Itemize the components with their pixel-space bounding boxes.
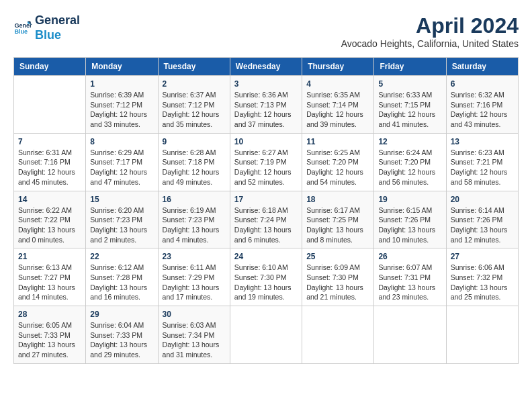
day-number: 22 bbox=[90, 252, 153, 261]
day-info: Sunrise: 6:04 AM Sunset: 7:33 PM Dayligh… bbox=[90, 320, 153, 360]
calendar-cell: 19Sunrise: 6:15 AM Sunset: 7:26 PM Dayli… bbox=[374, 191, 446, 248]
day-info: Sunrise: 6:28 AM Sunset: 7:18 PM Dayligh… bbox=[163, 148, 226, 187]
day-number: 28 bbox=[18, 310, 81, 319]
day-number: 10 bbox=[234, 137, 298, 146]
calendar-title: April 2024 bbox=[341, 13, 519, 38]
calendar-cell: 8Sunrise: 6:29 AM Sunset: 7:17 PM Daylig… bbox=[86, 133, 158, 191]
day-number: 16 bbox=[163, 195, 226, 204]
calendar-cell bbox=[446, 306, 518, 364]
day-info: Sunrise: 6:35 AM Sunset: 7:14 PM Dayligh… bbox=[306, 90, 369, 130]
weekday-header-row: SundayMondayTuesdayWednesdayThursdayFrid… bbox=[14, 58, 519, 76]
day-info: Sunrise: 6:07 AM Sunset: 7:31 PM Dayligh… bbox=[378, 263, 441, 302]
logo-text-general: General bbox=[35, 13, 80, 28]
calendar-cell: 6Sunrise: 6:32 AM Sunset: 7:16 PM Daylig… bbox=[446, 76, 518, 134]
week-row-2: 7Sunrise: 6:31 AM Sunset: 7:16 PM Daylig… bbox=[14, 133, 519, 191]
day-number: 8 bbox=[90, 137, 153, 146]
weekday-header-tuesday: Tuesday bbox=[158, 58, 230, 76]
day-info: Sunrise: 6:33 AM Sunset: 7:15 PM Dayligh… bbox=[378, 90, 441, 130]
calendar-cell: 1Sunrise: 6:39 AM Sunset: 7:12 PM Daylig… bbox=[86, 76, 158, 134]
day-info: Sunrise: 6:24 AM Sunset: 7:20 PM Dayligh… bbox=[378, 148, 441, 187]
calendar-cell: 3Sunrise: 6:36 AM Sunset: 7:13 PM Daylig… bbox=[230, 76, 302, 134]
calendar-cell: 2Sunrise: 6:37 AM Sunset: 7:12 PM Daylig… bbox=[158, 76, 230, 134]
day-number: 20 bbox=[451, 195, 514, 204]
calendar-cell: 18Sunrise: 6:17 AM Sunset: 7:25 PM Dayli… bbox=[302, 191, 374, 248]
calendar-cell: 23Sunrise: 6:11 AM Sunset: 7:29 PM Dayli… bbox=[158, 248, 230, 306]
day-number: 1 bbox=[90, 79, 153, 89]
week-row-3: 14Sunrise: 6:22 AM Sunset: 7:22 PM Dayli… bbox=[14, 191, 519, 248]
day-number: 25 bbox=[306, 252, 369, 261]
calendar-cell: 17Sunrise: 6:18 AM Sunset: 7:24 PM Dayli… bbox=[230, 191, 302, 248]
day-info: Sunrise: 6:27 AM Sunset: 7:19 PM Dayligh… bbox=[234, 148, 298, 187]
calendar-cell bbox=[374, 306, 446, 364]
calendar-cell: 22Sunrise: 6:12 AM Sunset: 7:28 PM Dayli… bbox=[86, 248, 158, 306]
day-number: 29 bbox=[90, 310, 153, 319]
weekday-header-sunday: Sunday bbox=[14, 58, 86, 76]
day-info: Sunrise: 6:29 AM Sunset: 7:17 PM Dayligh… bbox=[90, 148, 153, 187]
day-info: Sunrise: 6:15 AM Sunset: 7:26 PM Dayligh… bbox=[378, 205, 441, 245]
logo: General Blue General Blue bbox=[13, 13, 80, 42]
day-info: Sunrise: 6:36 AM Sunset: 7:13 PM Dayligh… bbox=[234, 90, 298, 130]
day-number: 12 bbox=[378, 137, 441, 146]
calendar-cell: 16Sunrise: 6:19 AM Sunset: 7:23 PM Dayli… bbox=[158, 191, 230, 248]
day-info: Sunrise: 6:17 AM Sunset: 7:25 PM Dayligh… bbox=[306, 205, 369, 245]
weekday-header-monday: Monday bbox=[86, 58, 158, 76]
day-info: Sunrise: 6:10 AM Sunset: 7:30 PM Dayligh… bbox=[234, 263, 298, 302]
day-number: 11 bbox=[306, 137, 369, 146]
day-info: Sunrise: 6:20 AM Sunset: 7:23 PM Dayligh… bbox=[90, 205, 153, 245]
day-info: Sunrise: 6:37 AM Sunset: 7:12 PM Dayligh… bbox=[163, 90, 226, 130]
day-number: 3 bbox=[234, 79, 298, 89]
day-info: Sunrise: 6:09 AM Sunset: 7:30 PM Dayligh… bbox=[306, 263, 369, 302]
calendar-cell: 14Sunrise: 6:22 AM Sunset: 7:22 PM Dayli… bbox=[14, 191, 86, 248]
logo-text-blue: Blue bbox=[35, 28, 80, 43]
calendar-cell bbox=[230, 306, 302, 364]
day-number: 14 bbox=[18, 195, 81, 204]
calendar-cell: 9Sunrise: 6:28 AM Sunset: 7:18 PM Daylig… bbox=[158, 133, 230, 191]
calendar-subtitle: Avocado Heights, California, United Stat… bbox=[341, 38, 519, 49]
day-number: 26 bbox=[378, 252, 441, 261]
calendar-cell: 4Sunrise: 6:35 AM Sunset: 7:14 PM Daylig… bbox=[302, 76, 374, 134]
weekday-header-saturday: Saturday bbox=[446, 58, 518, 76]
calendar-cell: 29Sunrise: 6:04 AM Sunset: 7:33 PM Dayli… bbox=[86, 306, 158, 364]
day-info: Sunrise: 6:19 AM Sunset: 7:23 PM Dayligh… bbox=[163, 205, 226, 245]
calendar-cell: 12Sunrise: 6:24 AM Sunset: 7:20 PM Dayli… bbox=[374, 133, 446, 191]
weekday-header-thursday: Thursday bbox=[302, 58, 374, 76]
day-number: 18 bbox=[306, 195, 369, 204]
calendar-cell: 7Sunrise: 6:31 AM Sunset: 7:16 PM Daylig… bbox=[14, 133, 86, 191]
day-info: Sunrise: 6:18 AM Sunset: 7:24 PM Dayligh… bbox=[234, 205, 298, 245]
day-info: Sunrise: 6:31 AM Sunset: 7:16 PM Dayligh… bbox=[18, 148, 81, 187]
day-number: 21 bbox=[18, 252, 81, 261]
day-number: 2 bbox=[163, 79, 226, 89]
day-number: 4 bbox=[306, 79, 369, 89]
day-number: 30 bbox=[163, 310, 226, 319]
day-number: 13 bbox=[451, 137, 514, 146]
day-number: 7 bbox=[18, 137, 81, 146]
day-number: 24 bbox=[234, 252, 298, 261]
calendar-cell: 26Sunrise: 6:07 AM Sunset: 7:31 PM Dayli… bbox=[374, 248, 446, 306]
day-info: Sunrise: 6:06 AM Sunset: 7:32 PM Dayligh… bbox=[451, 263, 514, 302]
calendar-cell: 15Sunrise: 6:20 AM Sunset: 7:23 PM Dayli… bbox=[86, 191, 158, 248]
day-info: Sunrise: 6:22 AM Sunset: 7:22 PM Dayligh… bbox=[18, 205, 81, 245]
day-info: Sunrise: 6:11 AM Sunset: 7:29 PM Dayligh… bbox=[163, 263, 226, 302]
calendar-cell: 27Sunrise: 6:06 AM Sunset: 7:32 PM Dayli… bbox=[446, 248, 518, 306]
day-info: Sunrise: 6:12 AM Sunset: 7:28 PM Dayligh… bbox=[90, 263, 153, 302]
day-info: Sunrise: 6:25 AM Sunset: 7:20 PM Dayligh… bbox=[306, 148, 369, 187]
svg-text:Blue: Blue bbox=[14, 28, 28, 35]
day-info: Sunrise: 6:23 AM Sunset: 7:21 PM Dayligh… bbox=[451, 148, 514, 187]
calendar-cell bbox=[14, 76, 86, 134]
day-number: 23 bbox=[163, 252, 226, 261]
calendar-cell: 24Sunrise: 6:10 AM Sunset: 7:30 PM Dayli… bbox=[230, 248, 302, 306]
day-info: Sunrise: 6:14 AM Sunset: 7:26 PM Dayligh… bbox=[451, 205, 514, 245]
calendar-table: SundayMondayTuesdayWednesdayThursdayFrid… bbox=[13, 57, 519, 364]
week-row-5: 28Sunrise: 6:05 AM Sunset: 7:33 PM Dayli… bbox=[14, 306, 519, 364]
day-info: Sunrise: 6:13 AM Sunset: 7:27 PM Dayligh… bbox=[18, 263, 81, 302]
calendar-cell bbox=[302, 306, 374, 364]
day-number: 5 bbox=[378, 79, 441, 89]
calendar-cell: 20Sunrise: 6:14 AM Sunset: 7:26 PM Dayli… bbox=[446, 191, 518, 248]
weekday-header-wednesday: Wednesday bbox=[230, 58, 302, 76]
header: General Blue General Blue April 2024 Avo… bbox=[13, 13, 519, 49]
day-info: Sunrise: 6:32 AM Sunset: 7:16 PM Dayligh… bbox=[451, 90, 514, 130]
calendar-cell: 10Sunrise: 6:27 AM Sunset: 7:19 PM Dayli… bbox=[230, 133, 302, 191]
calendar-cell: 28Sunrise: 6:05 AM Sunset: 7:33 PM Dayli… bbox=[14, 306, 86, 364]
day-number: 27 bbox=[451, 252, 514, 261]
day-info: Sunrise: 6:03 AM Sunset: 7:34 PM Dayligh… bbox=[163, 320, 226, 360]
